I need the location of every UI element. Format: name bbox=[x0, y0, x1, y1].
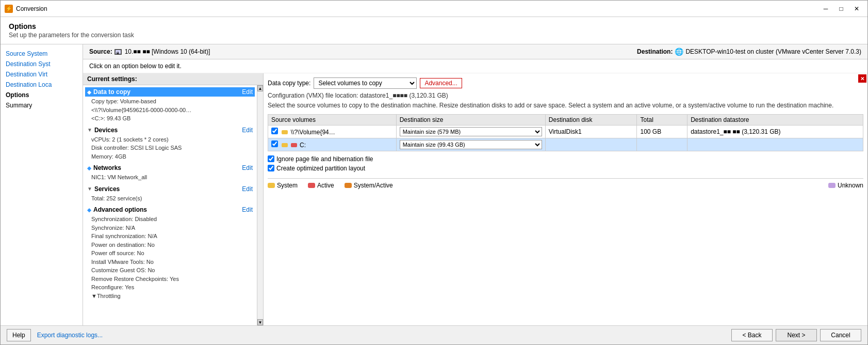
legend-active-label: Active bbox=[317, 182, 334, 189]
row1-source: \\?\Volume{94… bbox=[268, 125, 397, 138]
row1-checkbox[interactable] bbox=[271, 128, 278, 134]
destination-virt-link[interactable]: Destination Virt bbox=[6, 71, 47, 78]
sidebar-item-options[interactable]: Options bbox=[1, 90, 83, 100]
source-label: Source: bbox=[89, 48, 112, 55]
networks-edit[interactable]: Edit bbox=[242, 164, 253, 171]
col-source-volumes: Source volumes bbox=[268, 114, 397, 125]
settings-section-networks: ◆ Networks Edit NIC1: VM Network_all bbox=[83, 162, 257, 183]
diamond-icon: ◆ bbox=[87, 89, 91, 95]
settings-scroll: ◆ Data to copy Edit Copy type: Volume-ba… bbox=[83, 85, 263, 325]
back-button[interactable]: < Back bbox=[731, 329, 773, 341]
ignore-pagefile-label: Ignore page file and hibernation file bbox=[276, 155, 373, 163]
optimized-partition-label: Create optimized partition layout bbox=[276, 165, 365, 172]
volumes-table: Source volumes Destination size Destinat… bbox=[268, 114, 863, 151]
devices-header[interactable]: ▼ Devices Edit bbox=[85, 126, 255, 135]
optimized-partition-checkbox[interactable] bbox=[268, 165, 274, 171]
vmware-icon: 🌐 bbox=[675, 48, 683, 56]
data-copy-detail: Copy type: Volume-based <\\?\Volume{9459… bbox=[85, 97, 255, 123]
sidebar-item-destination-loca[interactable]: Destination Loca bbox=[1, 80, 83, 90]
export-logs-link[interactable]: Export diagnostic logs... bbox=[37, 332, 103, 339]
legend-unknown: Unknown bbox=[828, 182, 863, 189]
description-text: Select the source volumes to copy to the… bbox=[268, 101, 863, 110]
legend-system-active-label: System/Active bbox=[354, 182, 393, 189]
footer: Help Export diagnostic logs... < Back Ne… bbox=[1, 325, 867, 344]
table-row: \\?\Volume{94… Maintain size (579 MB) Vi… bbox=[268, 125, 863, 138]
app-icon: ⚡ bbox=[5, 5, 13, 13]
advanced-detail: Synchronization: Disabled Synchronize: N… bbox=[85, 214, 255, 301]
active-dot-icon bbox=[308, 183, 315, 188]
close-panel-button[interactable]: ✕ bbox=[858, 74, 866, 83]
networks-title: ◆ Networks bbox=[87, 164, 121, 171]
copy-type-select[interactable]: Select volumes to copy bbox=[314, 77, 417, 89]
sidebar-item-source-system[interactable]: Source System bbox=[1, 49, 83, 59]
row2-datastore bbox=[687, 138, 863, 151]
row1-datastore: datastore1_■■ ■■ (3,120.31 GB) bbox=[687, 125, 863, 138]
unknown-dot-icon bbox=[828, 183, 836, 188]
destination-value: DESKTOP-win10-test on cluster (VMware vC… bbox=[685, 48, 861, 55]
sidebar: Source System Destination Syst Destinati… bbox=[1, 44, 83, 325]
destination-loca-link[interactable]: Destination Loca bbox=[6, 81, 52, 88]
sidebar-item-destination-virt[interactable]: Destination Virt bbox=[1, 69, 83, 80]
system-active-icon bbox=[282, 143, 288, 147]
data-copy-title: ◆ Data to copy bbox=[87, 88, 130, 96]
sidebar-item-summary[interactable]: Summary bbox=[1, 100, 83, 111]
services-edit[interactable]: Edit bbox=[242, 185, 253, 193]
col-destination-datastore: Destination datastore bbox=[687, 114, 863, 125]
destination-system-link[interactable]: Destination Syst bbox=[6, 60, 51, 68]
split-panel: Current settings: ◆ Data to copy bbox=[83, 73, 867, 325]
row1-dest-disk: VirtualDisk1 bbox=[545, 125, 637, 138]
ignore-pagefile-checkbox[interactable] bbox=[268, 155, 274, 162]
settings-title: Current settings: bbox=[83, 73, 263, 85]
advanced-header[interactable]: ◆ Advanced options Edit bbox=[85, 205, 255, 214]
legend-system-label: System bbox=[277, 182, 298, 189]
cancel-button[interactable]: Cancel bbox=[820, 329, 861, 341]
scroll-down-button[interactable]: ▼ bbox=[257, 319, 263, 325]
next-button[interactable]: Next > bbox=[776, 329, 817, 341]
networks-detail: NIC1: VM Network_all bbox=[85, 173, 255, 182]
legend-system-active: System/Active bbox=[345, 182, 393, 189]
row1-size-select[interactable]: Maintain size (579 MB) bbox=[400, 127, 542, 136]
row2-size-select[interactable]: Maintain size (99.43 GB) bbox=[400, 140, 542, 149]
window-controls: ─ □ ✕ bbox=[819, 4, 863, 14]
system-active-dot-icon bbox=[345, 183, 352, 188]
source-info: Source: 🖥 10.■■ ■■ [Windows 10 (64-bit)] bbox=[89, 48, 210, 55]
minimize-button[interactable]: ─ bbox=[819, 4, 832, 14]
advanced-edit[interactable]: Edit bbox=[242, 206, 253, 213]
help-button[interactable]: Help bbox=[7, 329, 31, 341]
services-header[interactable]: ▼ Services Edit bbox=[85, 184, 255, 194]
settings-list: ◆ Data to copy Edit Copy type: Volume-ba… bbox=[83, 85, 263, 303]
active-icon bbox=[291, 143, 297, 147]
row2-checkbox[interactable] bbox=[271, 140, 278, 147]
sidebar-item-destination-system[interactable]: Destination Syst bbox=[1, 59, 83, 69]
devices-edit[interactable]: Edit bbox=[242, 127, 253, 134]
titlebar-left: ⚡ Conversion bbox=[5, 5, 47, 13]
settings-section-devices: ▼ Devices Edit vCPUs: 2 (1 sockets * 2 c… bbox=[83, 124, 257, 163]
devices-title: ▼ Devices bbox=[87, 127, 118, 134]
destination-info: Destination: 🌐 DESKTOP-win10-test on clu… bbox=[637, 48, 861, 56]
page-subtitle: Set up the parameters for the conversion… bbox=[9, 32, 859, 39]
advanced-button[interactable]: Advanced... bbox=[420, 78, 462, 88]
settings-section-advanced: ◆ Advanced options Edit Synchronization:… bbox=[83, 204, 257, 302]
settings-section-services: ▼ Services Edit Total: 252 service(s) bbox=[83, 183, 257, 205]
left-panel: Current settings: ◆ Data to copy bbox=[83, 73, 264, 325]
system-dot-icon bbox=[268, 183, 275, 188]
row1-dest-size: Maintain size (579 MB) bbox=[396, 125, 545, 138]
arrow-down-icon-2: ▼ bbox=[87, 186, 92, 192]
devices-detail: vCPUs: 2 (1 sockets * 2 cores) Disk cont… bbox=[85, 135, 255, 162]
data-copy-header[interactable]: ◆ Data to copy Edit bbox=[85, 87, 255, 97]
system-volume-icon bbox=[282, 130, 288, 134]
legend-unknown-label: Unknown bbox=[838, 182, 863, 189]
services-detail: Total: 252 service(s) bbox=[85, 194, 255, 203]
copy-type-label: Data copy type: bbox=[268, 80, 310, 87]
scroll-up-button[interactable]: ▲ bbox=[257, 85, 263, 91]
footer-right: < Back Next > Cancel bbox=[731, 329, 861, 341]
instruction-text: Click on an option below to edit it. bbox=[83, 59, 867, 73]
monitor-icon: 🖥 bbox=[114, 49, 122, 55]
data-copy-edit[interactable]: Edit bbox=[242, 88, 253, 96]
networks-header[interactable]: ◆ Networks Edit bbox=[85, 163, 255, 173]
close-button[interactable]: ✕ bbox=[850, 4, 863, 14]
row1-total: 100 GB bbox=[637, 125, 687, 138]
source-system-link[interactable]: Source System bbox=[6, 50, 47, 57]
maximize-button[interactable]: □ bbox=[834, 4, 848, 14]
row2-dest-disk bbox=[545, 138, 637, 151]
